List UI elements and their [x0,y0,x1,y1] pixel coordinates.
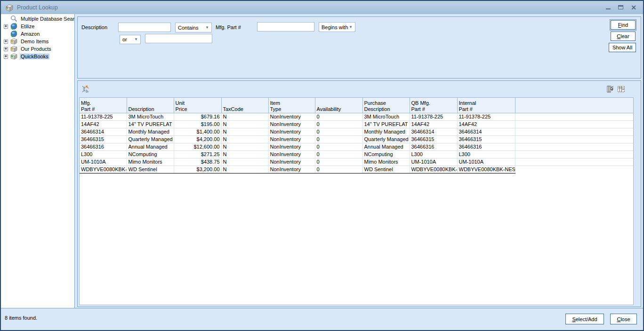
cell-qb-mfg-part[interactable]: 14AF42 [410,120,457,128]
column-header-unit-price[interactable]: UnitPrice [174,98,221,113]
cell-purchase-description[interactable]: Mimo Monitors [362,158,410,166]
cell-description[interactable]: Annual Managed [127,143,174,150]
cell-description[interactable]: Quarterly Managed [127,135,174,143]
cell-unit-price[interactable]: $271.25 [174,150,221,158]
cell-availability[interactable]: 0 [315,150,362,158]
column-header-item-type[interactable]: ItemType [268,98,315,113]
cell-mfg-part[interactable]: UM-1010A [80,158,127,166]
cell-unit-price[interactable]: $679.16 [174,113,221,120]
cell-mfg-part[interactable]: 36466314 [80,128,127,135]
cell-unit-price[interactable]: $195.00 [174,120,221,128]
cell-availability[interactable]: 0 [315,120,362,128]
sidebar-item-multiple-database-search[interactable]: Multiple Database Search [1,15,74,23]
column-header-internal-part[interactable]: InternalPart # [457,98,515,113]
cell-qb-mfg-part[interactable]: 11-91378-225 [410,113,457,120]
close-button[interactable]: Close [610,314,637,324]
cell-mfg-part[interactable]: 36466316 [80,143,127,150]
cell-availability[interactable]: 0 [315,128,362,135]
cell-availability[interactable]: 0 [315,166,362,173]
cell-purchase-description[interactable]: WD Sentinel [362,166,410,173]
cell-qb-mfg-part[interactable]: 36466316 [410,143,457,150]
cell-availability[interactable]: 0 [315,113,362,120]
cell-qb-mfg-part[interactable]: UM-1010A [410,158,457,166]
cell-unit-price[interactable]: $1,400.00 [174,128,221,135]
expand-plus-icon[interactable]: + [4,39,8,44]
field-chooser-icon[interactable]: + [617,85,625,93]
cell-internal-part[interactable]: 11-91378-225 [457,113,515,120]
cell-qb-mfg-part[interactable]: 36466315 [410,135,457,143]
cell-description[interactable]: NComputing [127,150,174,158]
cell-qb-mfg-part[interactable]: WDBYVE0080KBK- [410,166,457,173]
expand-plus-icon[interactable]: + [4,55,8,59]
select-add-button[interactable]: Select/Add [565,314,604,324]
cell-internal-part[interactable]: 14AF42 [457,120,515,128]
table-row[interactable]: 14AF4214'' TV PUREFLAT$195.00NNonInvento… [80,120,633,128]
cell-description[interactable]: Monthly Managed [127,128,174,135]
cell-item-type[interactable]: NonInventory [268,150,315,158]
column-header-availability[interactable]: Availability [315,98,362,113]
cell-purchase-description[interactable]: NComputing [362,150,410,158]
sidebar-item-our-products[interactable]: +Our Products [1,45,74,53]
sidebar-item-etilize[interactable]: +Etilize [1,23,74,30]
cell-mfg-part[interactable]: 11-91378-225 [80,113,127,120]
close-icon[interactable]: ✕ [631,5,636,10]
minimize-icon[interactable] [606,5,611,10]
table-row[interactable]: 11-91378-2253M MicroTouch$679.16NNonInve… [80,113,633,120]
cell-item-type[interactable]: NonInventory [268,113,315,120]
sidebar-item-demo-items[interactable]: +Demo Items [1,38,74,45]
cell-mfg-part[interactable]: 36466315 [80,135,127,143]
cell-qb-mfg-part[interactable]: L300 [410,150,457,158]
clear-button[interactable]: Clear [611,32,636,41]
cell-taxcode[interactable]: N [221,135,268,143]
cell-description[interactable]: Mimo Monitors [127,158,174,166]
cell-availability[interactable]: 0 [315,135,362,143]
cell-internal-part[interactable]: UM-1010A [457,158,515,166]
cell-internal-part[interactable]: 36466315 [457,135,515,143]
column-header-mfg-part[interactable]: Mfg.Part # [80,98,127,113]
column-header-description[interactable]: Description [127,98,174,113]
cell-qb-mfg-part[interactable]: 36466314 [410,128,457,135]
cell-availability[interactable]: 0 [315,143,362,150]
mfg-part-input[interactable] [257,22,314,32]
cell-taxcode[interactable]: N [221,150,268,158]
cell-internal-part[interactable]: 36466314 [457,128,515,135]
cell-purchase-description[interactable]: Quarterly Managed [362,135,410,143]
collapse-columns-icon[interactable] [81,85,89,93]
sidebar-item-quickbooks[interactable]: +QuickBooks [1,53,74,60]
table-row[interactable]: L300NComputing$271.25NNonInventory0NComp… [80,150,633,158]
cell-taxcode[interactable]: N [221,113,268,120]
show-all-button[interactable]: Show All [609,43,636,52]
or-operator-select[interactable]: or ▼ [120,35,141,44]
cell-mfg-part[interactable]: L300 [80,150,127,158]
cell-availability[interactable]: 0 [315,158,362,166]
column-header-taxcode[interactable]: TaxCode [221,98,268,113]
description-input[interactable] [118,23,171,32]
cell-internal-part[interactable]: WDBYVE0080KBK-NESN [457,166,515,173]
cell-description[interactable]: WD Sentinel [127,166,174,173]
cell-unit-price[interactable]: $12,600.00 [174,143,221,150]
table-row[interactable]: 36466315Quarterly Managed$4,200.00NNonIn… [80,135,633,143]
cell-unit-price[interactable]: $3,200.00 [174,166,221,173]
hide-columns-icon[interactable] [607,85,615,93]
maximize-icon[interactable] [618,5,623,10]
cell-unit-price[interactable]: $438.75 [174,158,221,166]
expand-plus-icon[interactable]: + [4,24,8,29]
cell-item-type[interactable]: NonInventory [268,158,315,166]
cell-purchase-description[interactable]: Annual Managed [362,143,410,150]
cell-item-type[interactable]: NonInventory [268,143,315,150]
cell-internal-part[interactable]: 36466316 [457,143,515,150]
cell-purchase-description[interactable]: 14'' TV PUREFLAT [362,120,410,128]
description-match-select[interactable]: Contains ▼ [175,23,212,32]
mfg-part-match-select[interactable]: Begins with ▼ [319,22,355,32]
cell-purchase-description[interactable]: Monthly Managed [362,128,410,135]
cell-taxcode[interactable]: N [221,166,268,173]
cell-taxcode[interactable]: N [221,158,268,166]
cell-taxcode[interactable]: N [221,120,268,128]
cell-item-type[interactable]: NonInventory [268,135,315,143]
column-header-purchase-description[interactable]: PurchaseDescription [362,98,410,113]
cell-purchase-description[interactable]: 3M MicroTouch [362,113,410,120]
cell-description[interactable]: 3M MicroTouch [127,113,174,120]
cell-mfg-part[interactable]: WDBYVE0080KBK- [80,166,127,173]
column-header-qb-mfg-part[interactable]: QB Mfg.Part # [410,98,457,113]
sidebar-item-amazon[interactable]: Amazon [1,30,74,38]
